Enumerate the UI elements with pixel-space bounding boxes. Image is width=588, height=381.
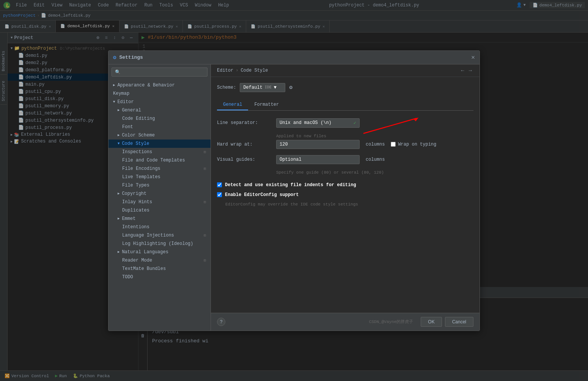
line-separator-dropdown[interactable]: Unix and macOS (\n) ✓	[276, 118, 360, 128]
detect-indents-label: Detect and use existing file indents for…	[225, 182, 356, 188]
nav-copyright-label: Copyright	[122, 191, 146, 196]
nav-arrows: ← →	[459, 67, 473, 74]
dialog-body: ▶ Appearance & Behavior Keymap ▼ Editor …	[108, 64, 480, 331]
nav-appearance[interactable]: ▶ Appearance & Behavior	[108, 81, 211, 89]
settings-main: Scheme: Default IDE ▼ ⚙ General Formatte	[211, 77, 480, 313]
settings-title: Settings	[119, 55, 471, 60]
scheme-gear-icon[interactable]: ⚙	[289, 84, 292, 91]
visual-guides-hint: Specify one guide (80) or several (80, 1…	[276, 170, 473, 175]
dialog-title-bar: ⚙ Settings ✕	[108, 51, 480, 64]
hard-wrap-unit: columns	[366, 142, 385, 147]
nav-back-button[interactable]: ←	[459, 67, 465, 74]
nav-file-types[interactable]: File Types	[108, 181, 211, 190]
settings-breadcrumb: Editor › Code Style ← →	[211, 64, 480, 77]
visual-guides-unit: columns	[366, 157, 385, 162]
line-separator-checkmark: ✓	[354, 120, 356, 126]
tab-general[interactable]: General	[217, 100, 248, 110]
settings-nav: ▶ Appearance & Behavior Keymap ▼ Editor …	[108, 64, 211, 331]
checkbox-detect-indents: Detect and use existing file indents for…	[217, 182, 473, 188]
nav-natural-languages-arrow: ▶	[118, 250, 119, 254]
nav-keymap[interactable]: Keymap	[108, 89, 211, 98]
nav-code-style[interactable]: ▼ Code Style	[108, 140, 211, 148]
nav-duplicates[interactable]: Duplicates	[108, 206, 211, 215]
nav-intentions-label: Intentions	[122, 224, 149, 230]
nav-todo-label: TODO	[122, 274, 133, 280]
help-button[interactable]: ?	[217, 318, 225, 326]
dialog-footer: ? CSDN_@Vayne的胖虎子 OK Cancel	[211, 313, 480, 331]
visual-guides-input[interactable]: Optional	[276, 155, 360, 164]
settings-search-container	[108, 64, 211, 80]
line-separator-label: Line separator:	[217, 120, 270, 125]
settings-breadcrumb-parent: Editor	[217, 68, 233, 73]
nav-language-injections-label: Language Injections	[122, 233, 174, 238]
nav-font[interactable]: Font	[108, 123, 211, 131]
hard-wrap-row: Hard wrap at: 120 columns Wrap on typing	[217, 140, 473, 149]
scheme-label: Scheme:	[217, 85, 236, 90]
nav-natural-languages[interactable]: ▶ Natural Languages	[108, 248, 211, 256]
nav-todo[interactable]: TODO	[108, 273, 211, 281]
wrap-on-typing-checkbox[interactable]	[391, 142, 396, 147]
settings-content: Editor › Code Style ← → Scheme:	[211, 64, 480, 331]
checkbox-editorconfig-container: Enable EditorConfig support EditorConfig…	[217, 192, 473, 207]
nav-code-style-label: Code Style	[122, 141, 149, 146]
nav-forward-button[interactable]: →	[467, 67, 473, 74]
checkboxes-section: Detect and use existing file indents for…	[217, 182, 473, 207]
nav-inlay-hints-label: Inlay Hints	[122, 199, 152, 205]
nav-file-encodings-label: File Encodings	[122, 166, 160, 171]
nav-duplicates-label: Duplicates	[122, 208, 149, 213]
editorconfig-checkbox[interactable]	[217, 192, 222, 197]
nav-general[interactable]: ▶ General	[108, 106, 211, 114]
nav-reader-mode[interactable]: Reader Mode ⊞	[108, 256, 211, 265]
nav-inlay-hints-indicator: ⊞	[204, 200, 206, 204]
nav-language-injections[interactable]: Language Injections ⊞	[108, 231, 211, 240]
scheme-dropdown[interactable]: Default IDE ▼	[240, 83, 285, 92]
tab-formatter[interactable]: Formatter	[248, 100, 285, 110]
line-separator-hint: Applied to new files	[276, 134, 473, 138]
nav-emmet[interactable]: ▶ Emmet	[108, 215, 211, 223]
nav-color-scheme-label: Color Scheme	[122, 133, 154, 138]
nav-inspections[interactable]: Inspections ⊞	[108, 148, 211, 156]
settings-search-input[interactable]	[112, 67, 208, 77]
nav-inspections-label: Inspections	[122, 149, 152, 155]
nav-editor[interactable]: ▼ Editor	[108, 98, 211, 106]
nav-appearance-label: Appearance & Behavior	[117, 83, 175, 88]
settings-breadcrumb-child: Code Style	[241, 68, 268, 73]
nav-reader-mode-label: Reader Mode	[122, 258, 152, 263]
settings-nav-tree: ▶ Appearance & Behavior Keymap ▼ Editor …	[108, 80, 211, 331]
nav-textmate[interactable]: TextMate Bundles	[108, 265, 211, 273]
scheme-row: Scheme: Default IDE ▼ ⚙	[217, 83, 473, 92]
watermark: CSDN_@Vayne的胖虎子	[369, 319, 413, 325]
nav-font-label: Font	[122, 124, 133, 130]
nav-live-templates[interactable]: Live Templates	[108, 173, 211, 181]
hard-wrap-input[interactable]: 120	[276, 140, 360, 149]
nav-copyright-arrow: ▶	[118, 191, 119, 196]
ok-button[interactable]: OK	[421, 317, 442, 327]
editorconfig-label: Enable EditorConfig support	[225, 192, 299, 198]
nav-file-templates[interactable]: File and Code Templates	[108, 156, 211, 165]
settings-close-button[interactable]: ✕	[471, 53, 475, 61]
nav-textmate-label: TextMate Bundles	[122, 266, 166, 271]
nav-emmet-arrow: ▶	[118, 216, 119, 221]
cancel-button[interactable]: Cancel	[445, 317, 473, 327]
nav-intentions[interactable]: Intentions	[108, 223, 211, 231]
scheme-dropdown-arrow: ▼	[274, 85, 277, 90]
nav-file-templates-label: File and Code Templates	[122, 158, 185, 163]
svg-line-2	[363, 118, 417, 133]
nav-inlay-hints[interactable]: Inlay Hints ⊞	[108, 198, 211, 206]
nav-general-arrow: ▶	[118, 108, 119, 112]
nav-editor-label: Editor	[117, 99, 134, 105]
nav-color-scheme[interactable]: ▶ Color Scheme	[108, 131, 211, 140]
nav-log-highlighting[interactable]: Log Highlighting (Ideolog)	[108, 240, 211, 248]
checkbox-editorconfig: Enable EditorConfig support	[217, 192, 473, 198]
nav-log-highlighting-label: Log Highlighting (Ideolog)	[122, 241, 193, 246]
nav-editor-arrow: ▼	[113, 100, 115, 104]
visual-guides-label: Visual guides:	[217, 157, 270, 162]
nav-general-label: General	[122, 108, 141, 113]
nav-language-injections-indicator: ⊞	[204, 233, 206, 238]
detect-indents-checkbox[interactable]	[217, 182, 222, 187]
nav-file-encodings[interactable]: File Encodings ⊞	[108, 165, 211, 173]
nav-file-encodings-indicator: ⊞	[204, 166, 206, 171]
nav-copyright[interactable]: ▶ Copyright	[108, 190, 211, 198]
nav-code-editing[interactable]: Code Editing	[108, 114, 211, 123]
line-separator-row: Line separator: Unix and macOS (\n) ✓	[217, 118, 473, 138]
